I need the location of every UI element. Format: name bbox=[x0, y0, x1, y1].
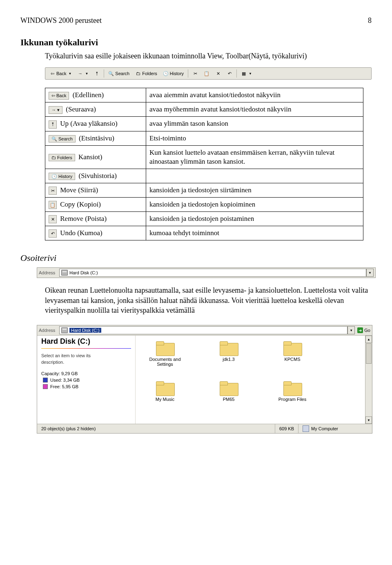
feature-desc-cell: kansioiden ja tiedostojen poistaminen bbox=[146, 212, 363, 226]
feature-name-cell: → ▾ (Seuraava) bbox=[45, 102, 146, 117]
table-row: 🔍Search (Etsintäsivu)Etsi-toiminto bbox=[45, 131, 363, 145]
feature-button[interactable]: ⇦Back bbox=[49, 92, 69, 99]
up-icon: ⭱ bbox=[94, 71, 100, 76]
folder-item[interactable]: KPCMS bbox=[274, 341, 311, 367]
feature-suffix: Undo (Kumoa) bbox=[58, 229, 102, 237]
feature-desc-cell: kansioiden ja tiedostojen siirtäminen bbox=[146, 183, 363, 197]
search-button[interactable]: 🔍Search bbox=[106, 70, 132, 77]
feature-desc-cell: kansioiden ja tiedostojen kopioiminen bbox=[146, 198, 363, 212]
drive-icon bbox=[61, 327, 68, 333]
history-icon: 🕓 bbox=[163, 71, 169, 76]
folders-icon: 🗀 bbox=[135, 71, 141, 76]
folder-item[interactable]: My Music bbox=[146, 381, 184, 402]
copy-icon: 📋 bbox=[204, 71, 209, 76]
scrollbar[interactable]: ▲ ▼ bbox=[365, 336, 372, 424]
copy-button[interactable]: 📋 bbox=[201, 70, 212, 77]
go-label: Go bbox=[364, 328, 370, 333]
dropdown-icon: ▼ bbox=[68, 72, 71, 76]
address-dropdown-button[interactable]: ▼ bbox=[366, 269, 374, 277]
folder-item[interactable]: jdk1.3 bbox=[210, 341, 247, 367]
my-computer-icon bbox=[303, 425, 309, 432]
address-field[interactable]: Hard Disk (C:) bbox=[59, 326, 347, 334]
feature-button-label: Search bbox=[58, 136, 73, 142]
address-field[interactable]: Hard Disk (C:) bbox=[59, 269, 366, 277]
up-button[interactable]: ⭱ bbox=[91, 70, 102, 77]
feature-button[interactable]: ✂ bbox=[49, 187, 57, 195]
separator bbox=[236, 69, 237, 78]
history-label: History bbox=[170, 71, 184, 76]
feature-suffix: Up (Avaa yläkansio) bbox=[58, 120, 118, 127]
scroll-down-button[interactable]: ▼ bbox=[365, 416, 372, 424]
drive-icon bbox=[61, 270, 68, 276]
table-row: 🕓History (Sivuhistoria) bbox=[45, 169, 363, 183]
folder-label: Documents and Settings bbox=[146, 357, 184, 367]
folder-item[interactable]: Documents and Settings bbox=[146, 341, 184, 367]
folders-button[interactable]: 🗀Folders bbox=[133, 70, 160, 77]
folder-label: My Music bbox=[146, 397, 184, 402]
undo-button[interactable]: ↶ bbox=[224, 70, 235, 77]
feature-button[interactable]: 🔍Search bbox=[49, 135, 76, 142]
search-label: Search bbox=[115, 71, 129, 76]
select-description-2: description. bbox=[41, 359, 131, 365]
free-swatch-icon bbox=[43, 384, 48, 389]
feature-button[interactable]: 📋 bbox=[49, 201, 57, 209]
fwd-arrow-icon: → bbox=[77, 71, 83, 76]
scroll-thumb[interactable] bbox=[366, 343, 372, 364]
disk-title: Hard Disk (C:) bbox=[41, 337, 131, 346]
address-paragraph-block: Oikean reunan Luettelonuolta napsauttama… bbox=[45, 285, 372, 315]
feature-button[interactable]: ⭱ bbox=[49, 120, 57, 129]
feature-desc-cell: Etsi-toiminto bbox=[146, 131, 363, 145]
feature-desc-cell: avaa aiemmin avatut kansiot/tiedostot nä… bbox=[146, 88, 363, 102]
delete-button[interactable]: ✕ bbox=[213, 70, 223, 77]
history-button[interactable]: 🕓History bbox=[160, 70, 186, 77]
address-value-selected: Hard Disk (C:) bbox=[69, 328, 101, 333]
feature-button[interactable]: ↶ bbox=[49, 229, 57, 238]
scroll-up-button[interactable]: ▲ bbox=[365, 336, 372, 343]
move-button[interactable]: ✂ bbox=[190, 70, 200, 77]
feature-button[interactable]: ✕ bbox=[49, 215, 57, 223]
address-paragraph: Oikean reunan Luettelonuolta napsauttama… bbox=[45, 285, 372, 315]
page-number: 8 bbox=[368, 16, 372, 25]
feature-suffix: (Seuraava) bbox=[64, 105, 96, 113]
folder-item[interactable]: Program Files bbox=[274, 381, 311, 402]
folder-item[interactable]: PM65 bbox=[210, 381, 247, 402]
folder-label: KPCMS bbox=[274, 357, 311, 362]
feature-button-icon: → ▾ bbox=[51, 107, 60, 113]
ss-left-panel: Hard Disk (C:) Select an item to view it… bbox=[37, 336, 136, 424]
table-row: 📋 Copy (Kopioi)kansioiden ja tiedostojen… bbox=[45, 198, 363, 212]
feature-button-icon: 🗀 bbox=[51, 155, 56, 160]
feature-button[interactable]: 🗀Folders bbox=[49, 154, 75, 161]
feature-desc-cell bbox=[146, 169, 363, 183]
feature-button-icon: 🕓 bbox=[51, 174, 57, 179]
go-button[interactable]: ➜ Go bbox=[357, 327, 370, 333]
feature-button[interactable]: → ▾ bbox=[49, 106, 62, 113]
folder-label: jdk1.3 bbox=[210, 357, 247, 362]
table-row: ✕ Remove (Poista)kansioiden ja tiedostoj… bbox=[45, 212, 363, 226]
feature-desc-cell: avaa myöhemmin avatut kansiot/tiedostot … bbox=[146, 102, 363, 117]
table-row: → ▾ (Seuraava)avaa myöhemmin avatut kans… bbox=[45, 102, 363, 117]
feature-name-cell: 🔍Search (Etsintäsivu) bbox=[45, 131, 146, 145]
status-left: 20 object(s) (plus 2 hidden) bbox=[37, 424, 275, 433]
feature-button[interactable]: 🕓History bbox=[49, 173, 75, 180]
folder-icon bbox=[283, 381, 301, 395]
features-table: ⇦Back (Edellinen)avaa aiemmin avatut kan… bbox=[45, 88, 363, 240]
status-right-label: My Computer bbox=[311, 426, 338, 431]
back-button[interactable]: ⇦Back▼ bbox=[47, 70, 74, 77]
address-dropdown-button[interactable]: ▼ bbox=[347, 326, 355, 334]
move-icon: ✂ bbox=[192, 71, 198, 76]
feature-suffix: Kansiot) bbox=[77, 153, 102, 161]
folder-icon bbox=[220, 341, 238, 355]
free-label: Free: 5,95 GB bbox=[50, 384, 78, 389]
feature-suffix: (Sivuhistoria) bbox=[77, 172, 117, 180]
ss-body: Hard Disk (C:) Select an item to view it… bbox=[37, 336, 372, 424]
feature-button-icon: ⭱ bbox=[51, 121, 55, 127]
header-left: WINDOWS 2000 perusteet bbox=[20, 16, 102, 25]
status-bar: 20 object(s) (plus 2 hidden) 609 KB My C… bbox=[37, 424, 372, 433]
views-button[interactable]: ▦▼ bbox=[238, 70, 254, 77]
feature-name-cell: ✕ Remove (Poista) bbox=[45, 212, 146, 226]
used-label: Used: 3,34 GB bbox=[50, 378, 80, 383]
feature-desc-cell: kumoaa tehdyt toiminnot bbox=[146, 226, 363, 240]
folder-icon bbox=[283, 341, 301, 355]
feature-name-cell: ✂ Move (Siirrä) bbox=[45, 183, 146, 197]
forward-button[interactable]: →▼ bbox=[75, 70, 91, 77]
